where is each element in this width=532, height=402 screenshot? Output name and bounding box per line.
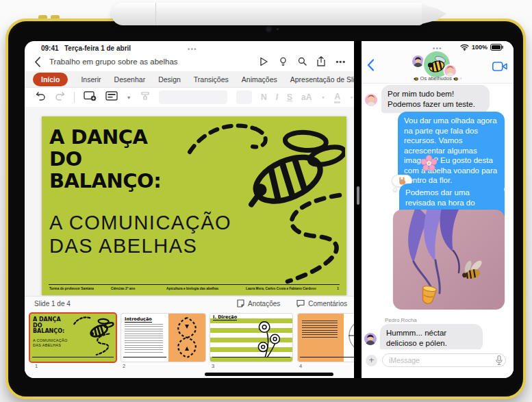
divider [74,92,75,103]
thumbnail-number: 3 [212,363,214,369]
clock: 09:41 [41,45,59,52]
ipad-device: 09:41 Terça-feira 1 de abril ••• Trabalh… [5,18,526,399]
screen: 09:41 Terça-feira 1 de abril ••• Trabalh… [25,41,514,378]
thumb-footer-line [32,357,114,359]
font-size-box[interactable] [236,90,252,104]
thumb1-subtitle: A COMUNICAÇÃO DAS ABELHAS [33,338,68,347]
notes-button[interactable]: Anotações [237,299,280,307]
messages-header: ••• 100% [362,41,514,84]
tapback-tail [393,188,397,192]
flower-emoji-sticker[interactable] [420,155,438,172]
ribbon-toolbar: ▼ N I S aA ▼ A ▼ [25,88,354,107]
slide-canvas[interactable]: A DANÇA DO BALANÇO: A COMUNICAÇÃO DAS AB… [25,107,354,296]
present-icon[interactable] [259,57,268,66]
powerpoint-titlebar: Trabalho em grupo sobre as abelhas ••• [25,55,354,71]
thumb2-body-text [125,324,163,354]
thumbnail-2[interactable]: Introdução [121,314,205,362]
thumb2-heading: Introdução [125,316,152,323]
group-name-row[interactable]: Os abelhudos › [362,75,514,81]
slide-page-number: 1 [337,287,339,290]
thumb3-heading: I. Direção [213,314,237,321]
message-received-1[interactable]: Por mim tudo bem! Podemos fazer um teste… [381,85,490,113]
font-color-button[interactable]: A [334,92,340,103]
thumb4-diagram [344,316,354,355]
battery-icon [490,44,504,51]
thumbnail-3[interactable]: I. Direção [210,314,292,362]
font-name-box[interactable] [159,90,227,104]
apple-pencil [112,3,423,25]
message-sent-1[interactable]: Vou dar uma olhada agora na parte que fa… [398,112,505,190]
message-input-row: + [362,349,514,378]
back-icon[interactable] [34,57,40,70]
add-attachment-button[interactable]: + [366,355,377,366]
italic-button[interactable]: I [276,92,278,102]
dashed-flight-path [242,191,345,287]
status-date: Terça-feira 1 de abril [64,45,131,52]
thumbnail-1[interactable]: A DANÇA DO BALANÇO: A COMUNICAÇÃO DAS AB… [30,314,116,362]
pencil-cap-seam [155,3,156,25]
front-camera [266,26,272,32]
more-options-icon[interactable]: ••• [335,58,346,66]
document-title: Trabalho em grupo sobre as abelhas [49,58,178,66]
new-slide-icon[interactable] [84,91,97,104]
powerpoint-app: 09:41 Terça-feira 1 de abril ••• Trabalh… [25,41,354,378]
thumb1-title: A DANÇA DO BALANÇO: [33,317,64,335]
dashed-path-mini [83,333,113,356]
bold-button[interactable]: N [261,92,267,102]
tab-inicio[interactable]: Início [33,73,68,86]
font-size-button[interactable]: aA [301,92,312,102]
format-painter-icon[interactable] [140,91,150,103]
split-view-handle[interactable] [357,186,359,205]
photo-message-bee-flower[interactable] [393,210,505,310]
home-indicator[interactable] [205,373,333,376]
slide-subtitle[interactable]: A COMUNICAÇÃO DAS ABELHAS [49,211,231,257]
facetime-video-icon[interactable] [492,62,507,74]
avatar-member-pedro[interactable] [412,55,424,67]
thumbnail-number: 1 [35,363,38,369]
messages-app: ••• 100% [362,41,514,378]
ribbon-tabs: Início Inserir Desenhar Design Transiçõe… [25,71,354,88]
comment-icon [296,299,305,307]
battery-percent: 100% [472,44,487,51]
notes-icon [237,299,244,307]
footer-topic: Apicultura e biologia das abelhas [166,287,218,290]
thumbnail-number: 2 [123,363,125,369]
bee-emoji [414,76,419,81]
thumb4-text-panel [298,314,344,362]
tab-transicoes[interactable]: Transições [194,75,229,84]
redo-icon[interactable] [55,91,65,103]
back-icon[interactable] [367,59,374,74]
comments-button[interactable]: Comentários [296,299,347,307]
conversation-area[interactable]: Por mim tudo bem! Podemos fazer um teste… [362,84,514,351]
split-view-divider[interactable] [354,41,362,378]
chevron-down-icon: ▼ [349,95,354,100]
chevron-down-icon: ▼ [320,95,325,100]
thumbnail-4[interactable] [298,314,354,362]
thumbnail-number: 4 [299,363,302,369]
layout-icon[interactable] [105,91,118,103]
mic-icon[interactable] [496,355,503,368]
thumb2-diagram-panel [168,314,205,362]
chevron-right-icon: › [460,75,462,81]
multitask-menu-left[interactable]: ••• [188,46,197,53]
underline-button[interactable]: S [287,92,292,102]
tab-inserir[interactable]: Inserir [81,75,101,84]
slide-1[interactable]: A DANÇA DO BALANÇO: A COMUNICAÇÃO DAS AB… [42,116,346,295]
tab-apresentacao[interactable]: Apresentação de Slides [290,75,354,84]
tab-animacoes[interactable]: Animações [242,75,277,84]
imessage-input[interactable] [382,353,506,367]
search-icon[interactable] [298,57,307,66]
thumb-footer-line [212,357,290,359]
avatar-sender-pedro [364,333,377,345]
tab-design[interactable]: Design [158,75,181,84]
thumb3-flowers [247,319,287,359]
tab-desenhar[interactable]: Desenhar [114,75,146,84]
sender-name: Pedro Rocha [385,317,417,323]
undo-icon[interactable] [36,91,46,103]
share-icon[interactable] [317,56,325,66]
lightbulb-icon[interactable] [279,57,288,66]
bee-emoji [453,76,459,81]
footer-subject: Ciências 2º ano [111,287,135,290]
slide-title[interactable]: A DANÇA DO BALANÇO: [49,126,161,192]
message-received-2[interactable]: Hummm... néctar delicioso e pólen. [380,324,483,352]
